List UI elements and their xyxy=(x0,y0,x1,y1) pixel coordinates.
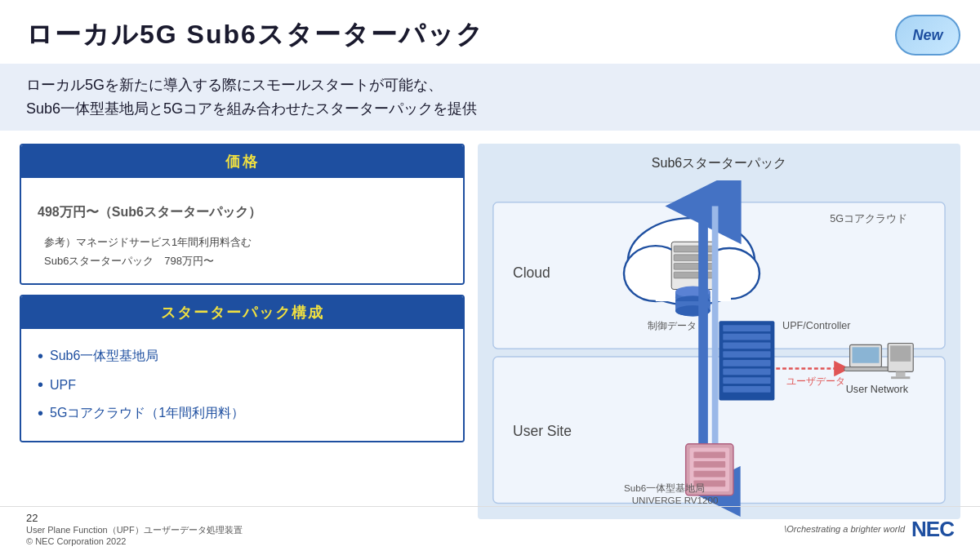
svg-text:User Site: User Site xyxy=(513,423,572,439)
svg-rect-26 xyxy=(723,359,770,366)
svg-rect-28 xyxy=(723,377,770,384)
list-item: 5Gコアクラウド（1年間利用料） xyxy=(38,399,447,428)
svg-text:制御データ: 制御データ xyxy=(648,320,697,331)
price-value: 498万円〜 xyxy=(38,205,99,219)
svg-rect-41 xyxy=(896,371,906,376)
svg-rect-29 xyxy=(723,386,770,393)
diagram-title: Sub6スターターパック xyxy=(489,155,949,172)
page-number: 22 xyxy=(26,512,243,524)
network-diagram: Cloud xyxy=(489,180,949,533)
svg-rect-38 xyxy=(844,367,890,371)
subtitle-line1: ローカル5Gを新たに導入する際にスモールスタートが可能な、 xyxy=(26,73,954,97)
nec-logo: NEC xyxy=(911,517,954,542)
svg-rect-47 xyxy=(693,461,725,468)
footer-left: 22 User Plane Function（UPF）ユーザーデータ処理装置 ©… xyxy=(26,512,243,546)
subtitle-line2: Sub6一体型基地局と5Gコアを組み合わせたスターターパックを提供 xyxy=(26,97,954,121)
svg-text:Cloud: Cloud xyxy=(513,264,550,281)
list-item: UPF xyxy=(38,371,447,399)
price-note: 参考）マネージドサービス1年間利用料含む Sub6スターターパック 798万円〜 xyxy=(44,233,447,271)
page-title: ローカル5G Sub6スターターパック xyxy=(26,17,484,53)
svg-text:Sub6一体型基地局: Sub6一体型基地局 xyxy=(624,482,705,493)
price-note-line2: Sub6スターターパック 798万円〜 xyxy=(44,251,447,270)
components-body: Sub6一体型基地局 UPF 5Gコアクラウド（1年間利用料） xyxy=(21,329,463,441)
svg-rect-46 xyxy=(693,451,725,458)
nec-slash: \Orchestrating a brighter world xyxy=(784,524,905,534)
svg-text:UNIVERGE RV1200: UNIVERGE RV1200 xyxy=(632,494,719,504)
svg-text:UPF/Controller: UPF/Controller xyxy=(782,320,850,331)
left-panel: 価格 498万円〜（Sub6スターターパック） 参考）マネージドサービス1年間利… xyxy=(20,144,465,519)
footer-tagline: \Orchestrating a brighter world xyxy=(784,524,905,534)
price-body: 498万円〜（Sub6スターターパック） 参考）マネージドサービス1年間利用料含… xyxy=(21,178,463,284)
svg-text:5Gコアクラウド: 5Gコアクラウド xyxy=(830,213,907,224)
svg-rect-27 xyxy=(723,368,770,375)
price-main: 498万円〜（Sub6スターターパック） xyxy=(38,191,447,223)
svg-rect-23 xyxy=(723,333,770,340)
svg-rect-25 xyxy=(723,351,770,358)
main-content: 価格 498万円〜（Sub6スターターパック） 参考）マネージドサービス1年間利… xyxy=(0,144,980,519)
svg-rect-24 xyxy=(723,342,770,349)
components-box: スターターパック構成 Sub6一体型基地局 UPF 5Gコアクラウド（1年間利用… xyxy=(20,295,465,442)
svg-text:ユーザデータ: ユーザデータ xyxy=(786,375,845,386)
right-panel: Sub6スターターパック Cloud xyxy=(478,144,960,519)
header: ローカル5G Sub6スターターパック New xyxy=(0,0,980,64)
footer: 22 User Plane Function（UPF）ユーザーデータ処理装置 ©… xyxy=(0,506,980,551)
footer-right: \Orchestrating a brighter world NEC xyxy=(784,517,954,542)
subtitle-bar: ローカル5Gを新たに導入する際にスモールスタートが可能な、 Sub6一体型基地局… xyxy=(0,64,980,131)
footer-copyright: © NEC Corporation 2022 xyxy=(26,536,243,546)
price-sub: （Sub6スターターパック） xyxy=(99,205,261,219)
price-header: 価格 xyxy=(21,145,463,178)
footer-note: User Plane Function（UPF）ユーザーデータ処理装置 xyxy=(26,524,243,536)
svg-rect-40 xyxy=(890,345,911,361)
components-list: Sub6一体型基地局 UPF 5Gコアクラウド（1年間利用料） xyxy=(38,342,447,428)
svg-text:User Network: User Network xyxy=(846,383,909,394)
svg-rect-22 xyxy=(723,325,770,331)
svg-rect-48 xyxy=(693,470,725,477)
new-badge: New xyxy=(895,15,960,56)
svg-rect-37 xyxy=(853,347,880,362)
svg-rect-42 xyxy=(891,376,910,379)
price-note-line1: 参考）マネージドサービス1年間利用料含む xyxy=(44,233,447,251)
list-item: Sub6一体型基地局 xyxy=(38,342,447,371)
components-header: スターターパック構成 xyxy=(21,296,463,329)
price-box: 価格 498万円〜（Sub6スターターパック） 参考）マネージドサービス1年間利… xyxy=(20,144,465,286)
